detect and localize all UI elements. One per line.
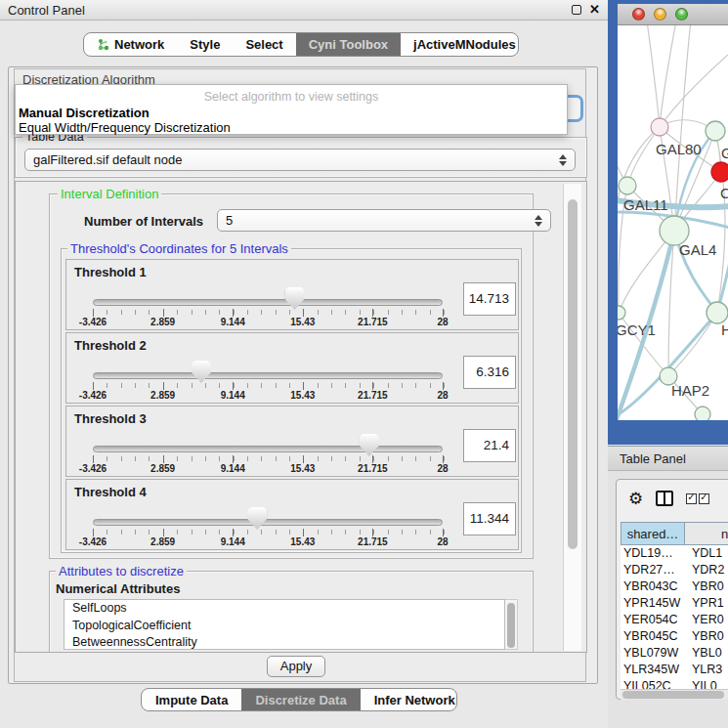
numerical-attributes-label: Numerical Attributes <box>56 581 180 596</box>
algorithm-option-equal-width[interactable]: Equal Width/Frequency Discretization <box>19 120 231 135</box>
list-item[interactable]: SelfLoops <box>64 600 504 618</box>
attributes-list-scrollbar[interactable] <box>505 599 518 650</box>
table-row[interactable]: YPR145WYPR1 <box>621 595 728 612</box>
column-header-shared-name[interactable]: shared… <box>621 522 685 545</box>
slider-minor-ticks <box>93 456 445 461</box>
threshold-1-slider-thumb[interactable] <box>285 287 305 310</box>
algorithm-placeholder-option[interactable]: Select algorithm to view settings <box>16 90 567 104</box>
zoom-traffic-light-icon[interactable] <box>675 8 688 21</box>
threshold-2-value-field[interactable]: 6.316 <box>463 356 516 389</box>
node-label: GAL4 <box>679 241 716 258</box>
algorithm-option-manual[interactable]: Manual Discretization <box>19 106 150 120</box>
scrollbar-thumb[interactable] <box>622 691 724 699</box>
table-horizontal-scrollbar[interactable] <box>621 689 728 700</box>
network-node[interactable] <box>706 121 725 141</box>
threshold-2-slider-track[interactable] <box>93 372 443 379</box>
node-label: H <box>721 321 728 338</box>
attributes-group: Attributes to discretize Numerical Attri… <box>49 571 534 653</box>
close-traffic-light-icon[interactable] <box>632 8 645 21</box>
slider-minor-ticks <box>93 383 445 388</box>
threshold-1-slider-track[interactable] <box>93 299 443 306</box>
node-label: GCY1 <box>618 321 656 338</box>
split-panel-icon[interactable] <box>656 491 673 506</box>
tab-jactivemnodules[interactable]: jActiveMNodules <box>401 33 519 56</box>
tab-discretize-data[interactable]: Discretize Data <box>241 689 360 710</box>
node-label: GA <box>721 145 728 161</box>
table-row[interactable]: YBR045CYBR0 <box>621 628 728 645</box>
float-window-icon[interactable] <box>572 5 581 15</box>
table-data-combobox[interactable]: galFiltered.sif default node <box>24 149 576 171</box>
gear-icon[interactable]: ⚙ <box>628 491 643 507</box>
table-row[interactable]: YDL19…YDL1 <box>621 545 728 562</box>
tab-impute-data[interactable]: Impute Data <box>142 689 241 710</box>
threshold-4-panel: Threshold 4 -3.4262.8599.14415.4321.7152… <box>65 479 519 550</box>
network-node[interactable] <box>619 177 636 194</box>
network-node[interactable] <box>651 118 668 136</box>
list-item[interactable]: TopologicalCoefficient <box>64 618 504 635</box>
node-label: C <box>720 185 728 201</box>
close-icon[interactable]: ✕ <box>589 5 600 15</box>
network-window-titlebar <box>618 4 728 25</box>
node-label: HAP2 <box>671 382 709 399</box>
table-body: YDL19…YDL1YDR27…YDR2YBR043CYBR0YPR145WYP… <box>621 545 728 689</box>
thresholds-group-label: Threshold's Coordinates for 5 Intervals <box>67 241 291 256</box>
threshold-3-value-field[interactable]: 21.4 <box>463 429 516 462</box>
thresholds-group: Threshold's Coordinates for 5 Intervals … <box>61 248 522 553</box>
column-select-icons[interactable] <box>686 493 709 504</box>
network-node[interactable] <box>618 306 625 320</box>
tab-cyni-toolbox[interactable]: Cyni Toolbox <box>296 33 401 56</box>
control-panel-titlebar: Control Panel ✕ <box>0 0 608 21</box>
table-toolbar: ⚙ <box>617 484 728 513</box>
network-node[interactable] <box>711 162 728 182</box>
table-row[interactable]: YER054CYER0 <box>621 612 728 628</box>
number-of-intervals-combobox[interactable]: 5 <box>217 209 551 232</box>
network-view-window: GAL80GACGAL11GAL4GCY1HHAP2 <box>608 0 728 445</box>
control-panel-tabbar: Network Style Select Cyni Toolbox jActiv… <box>83 32 519 57</box>
table-row[interactable]: YBR043CYBR0 <box>621 578 728 595</box>
table-row[interactable]: YLR345WYLR3 <box>621 662 728 678</box>
numerical-attributes-list: SelfLoopsTopologicalCoefficientBetweenne… <box>64 599 505 650</box>
network-node[interactable] <box>695 407 710 420</box>
network-node[interactable] <box>707 302 728 323</box>
attributes-group-label: Attributes to discretize <box>56 564 187 578</box>
tab-infer-network[interactable]: Infer Network <box>361 689 457 710</box>
threshold-4-slider-track[interactable] <box>93 519 443 526</box>
tab-network-label: Network <box>114 37 164 52</box>
table-row[interactable]: YDR27…YDR2 <box>621 562 728 578</box>
table-panel-title: Table Panel <box>620 451 686 466</box>
threshold-2-label: Threshold 2 <box>74 338 147 353</box>
threshold-2-slider-thumb[interactable] <box>192 361 211 383</box>
scrollbar-thumb[interactable] <box>568 199 578 549</box>
threshold-4-value-field[interactable]: 11.344 <box>463 502 516 535</box>
threshold-1-panel: Threshold 1 -3.4262.8599.14415.4321.7152… <box>65 259 519 330</box>
tab-select[interactable]: Select <box>233 33 295 56</box>
tab-network[interactable]: Network <box>84 33 177 56</box>
threshold-4-slider-thumb[interactable] <box>247 507 267 530</box>
tab-style[interactable]: Style <box>177 33 233 56</box>
number-of-intervals-label: Number of Intervals <box>84 214 203 229</box>
apply-button[interactable]: Apply <box>267 656 325 677</box>
list-item[interactable]: BetweennessCentrality <box>64 634 504 650</box>
threshold-3-slider-thumb[interactable] <box>360 434 379 456</box>
table-data-value: galFiltered.sif default node <box>33 152 182 167</box>
combobox-spinner-icon <box>559 154 567 166</box>
threshold-3-slider-track[interactable] <box>93 446 443 452</box>
algorithm-dropdown-popup: Select algorithm to view settings Manual… <box>15 84 568 135</box>
checkbox-icon[interactable] <box>699 493 709 504</box>
slider-minor-ticks <box>93 310 445 315</box>
interval-definition-group-label: Interval Definition <box>58 187 161 201</box>
table-header-row: shared… n <box>621 522 728 545</box>
table-panel-body: ⚙ shared… n YDL19…YDL1YDR27…YDR2YBR043CY… <box>608 471 728 728</box>
table-row[interactable]: YBL079WYBL0 <box>621 645 728 662</box>
slider-minor-ticks <box>93 530 445 535</box>
column-header-name[interactable]: n <box>685 522 728 545</box>
checkbox-icon[interactable] <box>686 493 697 504</box>
threshold-4-label: Threshold 4 <box>74 485 147 499</box>
network-canvas[interactable]: GAL80GACGAL11GAL4GCY1HHAP2 <box>618 25 728 420</box>
minimize-traffic-light-icon[interactable] <box>654 8 666 21</box>
table-row[interactable]: YIL052CYIL0 <box>621 678 728 689</box>
threshold-1-value-field[interactable]: 14.713 <box>463 282 516 316</box>
settings-vertical-scrollbar[interactable] <box>563 184 581 651</box>
threshold-3-label: Threshold 3 <box>74 411 147 426</box>
node-table-container: ⚙ shared… n YDL19…YDL1YDR27…YDR2YBR043CY… <box>616 479 728 700</box>
